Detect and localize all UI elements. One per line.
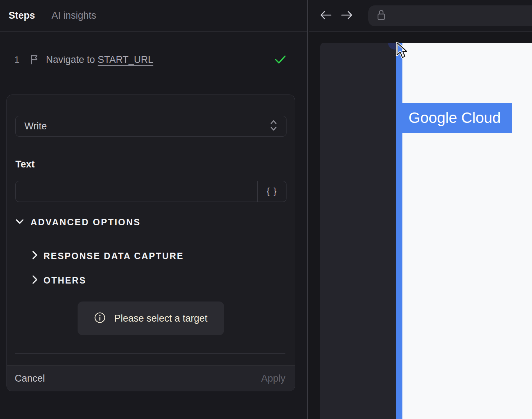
select-target-notice-text: Please select a target <box>114 313 207 324</box>
step-number: 1 <box>14 55 24 65</box>
browser-preview-panel: Google Cloud <box>309 0 532 419</box>
step-row[interactable]: 1 Navigate to START_URL <box>14 52 307 68</box>
arrow-right-icon <box>340 10 353 22</box>
cursor-pointer-icon <box>396 42 412 61</box>
address-bar[interactable] <box>368 5 532 26</box>
start-url-link[interactable]: START_URL <box>98 54 153 65</box>
forward-button[interactable] <box>340 10 353 22</box>
others-label: OTHERS <box>43 275 86 286</box>
left-header: Steps AI insights <box>0 0 307 32</box>
action-select[interactable]: Write <box>15 116 286 137</box>
editor-footer: Cancel Apply <box>7 365 295 391</box>
arrow-left-icon <box>319 10 332 22</box>
apply-button[interactable]: Apply <box>261 373 285 384</box>
chevron-right-icon <box>32 275 38 286</box>
preview-page-sidebar[interactable] <box>320 43 396 419</box>
browser-toolbar <box>309 0 532 32</box>
insert-variable-button[interactable]: { } <box>257 181 286 202</box>
step-editor-card: Write Text { } ADVANCED OPTIONS <box>6 95 295 391</box>
back-button[interactable] <box>319 10 332 22</box>
preview-page-content[interactable] <box>402 43 532 419</box>
text-field-label: Text <box>15 159 35 170</box>
braces-icon: { } <box>267 186 277 197</box>
flag-icon <box>29 54 39 65</box>
select-target-notice: Please select a target <box>78 301 224 335</box>
highlighted-target-element[interactable]: Google Cloud <box>402 103 512 133</box>
lock-icon <box>376 9 386 23</box>
text-input[interactable] <box>16 181 257 202</box>
info-icon <box>94 312 106 325</box>
preview-top-gap <box>309 32 532 43</box>
footer-divider <box>15 353 285 354</box>
chevron-right-icon <box>32 250 38 261</box>
chevron-down-icon <box>15 219 24 226</box>
others-toggle[interactable]: OTHERS <box>32 275 86 286</box>
tab-steps[interactable]: Steps <box>9 10 35 21</box>
response-data-capture-label: RESPONSE DATA CAPTURE <box>43 251 184 261</box>
action-select-value: Write <box>24 121 270 132</box>
tab-ai-insights[interactable]: AI insights <box>52 10 97 21</box>
advanced-options-label: ADVANCED OPTIONS <box>31 217 141 227</box>
step-title-text: Navigate to <box>46 54 98 65</box>
highlighted-divider-stripe <box>396 43 402 419</box>
step-title: Navigate to START_URL <box>46 54 153 65</box>
cancel-button[interactable]: Cancel <box>15 373 45 384</box>
check-icon <box>274 54 286 65</box>
response-data-capture-toggle[interactable]: RESPONSE DATA CAPTURE <box>32 250 184 261</box>
chevron-up-down-icon <box>270 119 277 133</box>
steps-panel: Steps AI insights 1 Navigate to START_UR… <box>0 0 308 419</box>
text-input-group: { } <box>15 181 286 202</box>
advanced-options-toggle[interactable]: ADVANCED OPTIONS <box>15 217 141 227</box>
